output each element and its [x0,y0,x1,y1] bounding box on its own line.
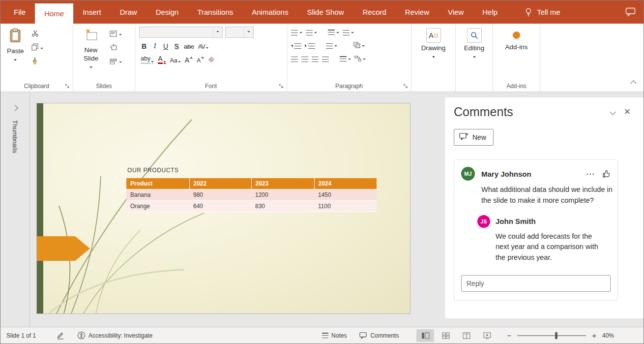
thumbnails-pane-collapsed[interactable]: Thumbnails [0,92,30,327]
more-thread-actions-button[interactable]: ⋯ [586,170,595,178]
increase-font-size-button[interactable]: A [183,55,194,65]
columns-button[interactable] [326,41,337,50]
expand-thumbnails-icon[interactable] [12,105,18,111]
tab-help[interactable]: Help [473,0,507,24]
table-header-cell[interactable]: Product [126,178,189,189]
zoom-out-button[interactable]: − [505,331,513,340]
editing-button[interactable]: Editing [462,27,487,61]
font-size-dropdown-icon[interactable] [244,27,253,37]
zoom-slider[interactable] [517,331,586,341]
slide-editing-area[interactable]: OUR PRODUCTS Product 2022 2023 2024 Bana… [30,92,444,327]
decrease-font-size-button[interactable]: A [195,55,205,65]
collapse-ribbon-button[interactable] [631,79,636,88]
zoom-in-button[interactable]: + [590,331,598,340]
table-header-cell[interactable]: 2024 [314,178,377,189]
align-text-button[interactable] [340,55,351,63]
align-left-button[interactable] [291,55,298,63]
collapse-panel-button[interactable] [605,104,620,119]
slide-sorter-view-button[interactable] [437,329,455,342]
tab-slide-show[interactable]: Slide Show [297,0,353,24]
table-header-cell[interactable]: 2023 [251,178,314,189]
underline-button[interactable]: U [161,41,171,52]
tab-record[interactable]: Record [353,0,395,24]
text-direction-button[interactable] [343,28,354,37]
font-name-dropdown-icon[interactable] [213,27,222,37]
addins-button[interactable]: Add-ins [503,27,530,53]
table-cell[interactable]: Banana [126,189,189,200]
clear-formatting-button[interactable] [206,55,217,65]
comments-panel: Comments × New MJ Mary Johnson ⋯ [444,97,644,319]
drawing-button[interactable]: A Drawing [419,27,448,61]
normal-view-button[interactable] [416,329,434,342]
arrange-button[interactable] [353,41,365,50]
tab-file[interactable]: File [4,0,35,24]
slide-layout-button[interactable] [109,29,123,39]
slide-table[interactable]: Product 2022 2023 2024 Banana 980 1200 1… [126,178,377,212]
format-painter-button[interactable] [30,57,44,67]
tab-transitions[interactable]: Transitions [188,0,242,24]
numbering-button[interactable] [306,28,317,37]
slide-title[interactable]: OUR PRODUCTS [127,167,179,174]
smartart-button[interactable] [354,55,366,63]
tab-home[interactable]: Home [35,3,73,24]
line-spacing-button[interactable] [328,28,339,37]
justify-button[interactable] [322,55,329,63]
character-spacing-button[interactable]: AV [197,41,210,52]
new-comment-button[interactable]: New [454,129,494,146]
reply-input[interactable] [461,275,611,292]
reset-slide-button[interactable] [109,43,123,53]
status-pen-icon[interactable] [57,332,64,340]
tab-insert[interactable]: Insert [73,0,111,24]
comments-toggle-button[interactable]: Comments [359,332,399,339]
bold-button[interactable]: B [139,41,149,52]
accessibility-button[interactable]: Accessibility: Investigate [77,331,152,340]
comments-chat-icon[interactable] [625,0,636,24]
tab-draw[interactable]: Draw [111,0,146,24]
font-dialog-launcher[interactable] [278,83,285,90]
strikethrough-button[interactable]: abe [182,41,196,52]
paste-button[interactable]: Paste [4,27,27,64]
clipboard-dialog-launcher[interactable] [64,83,71,90]
font-name-combo[interactable] [139,27,223,38]
change-case-button[interactable]: Aa [169,55,182,65]
tab-view[interactable]: View [439,0,473,24]
notes-button[interactable]: Notes [322,332,347,339]
tab-review[interactable]: Review [396,0,439,24]
section-button[interactable] [109,57,123,67]
text-shadow-button[interactable]: S [172,41,181,52]
zoom-slider-thumb[interactable] [555,332,557,339]
zoom-slider-track[interactable] [517,335,586,336]
slideshow-view-button[interactable] [478,329,496,342]
italic-button[interactable]: I [150,41,160,52]
slide-canvas[interactable]: OUR PRODUCTS Product 2022 2023 2024 Bana… [36,103,410,314]
table-cell[interactable]: Orange [126,200,189,212]
tab-animations[interactable]: Animations [242,0,297,24]
table-cell[interactable]: 1450 [314,189,377,200]
increase-indent-button[interactable] [305,41,315,50]
paragraph-dialog-launcher[interactable] [402,83,409,90]
align-right-button[interactable] [312,55,319,63]
text-highlight-button[interactable]: aby [139,55,155,65]
table-cell[interactable]: 640 [189,200,251,212]
tell-me-button[interactable]: Tell me [520,0,565,24]
like-comment-button[interactable] [602,170,611,178]
font-size-combo[interactable] [225,27,254,38]
ribbon-group-drawing: A Drawing [411,24,456,92]
zoom-level[interactable]: 40% [602,332,614,339]
copy-button[interactable] [30,43,44,53]
font-color-button[interactable]: A [156,55,167,65]
cut-button[interactable] [30,29,44,39]
close-panel-button[interactable]: × [620,104,635,119]
reading-view-button[interactable] [458,329,475,342]
bullets-button[interactable] [291,28,302,37]
table-cell[interactable]: 830 [251,200,314,212]
table-header-cell[interactable]: 2022 [189,178,251,189]
slide-indicator[interactable]: Slide 1 of 1 [6,332,36,339]
table-cell[interactable]: 1200 [251,189,314,200]
table-cell[interactable]: 1100 [314,200,377,212]
table-cell[interactable]: 980 [189,189,251,200]
align-center-button[interactable] [301,55,308,63]
tab-design[interactable]: Design [146,0,188,24]
new-slide-button[interactable]: New Slide [77,27,105,71]
decrease-indent-button[interactable] [291,41,301,50]
